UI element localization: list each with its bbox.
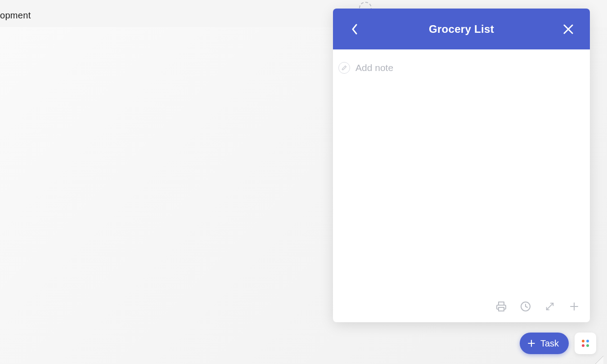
page-corner-fold [595, 356, 603, 364]
back-button[interactable] [346, 20, 364, 38]
expand-icon [545, 302, 555, 311]
task-button-label: Task [540, 338, 559, 349]
add-note-row [338, 62, 581, 74]
plus-icon [527, 339, 536, 348]
add-button[interactable] [568, 301, 580, 312]
close-button[interactable] [559, 20, 577, 38]
close-icon [563, 24, 574, 35]
history-icon [520, 301, 531, 312]
print-button[interactable] [495, 301, 507, 312]
plus-icon [569, 301, 580, 312]
svg-line-4 [547, 303, 553, 310]
svg-rect-2 [499, 307, 504, 311]
background-truncated-title: opment [0, 10, 31, 21]
apps-button[interactable] [575, 333, 596, 354]
panel-body [333, 49, 590, 295]
chevron-left-icon [351, 24, 358, 35]
expand-button[interactable] [544, 301, 556, 312]
detail-panel: Grocery List [333, 9, 590, 322]
panel-footer [333, 295, 590, 322]
apps-icon [581, 339, 590, 348]
add-note-input[interactable] [355, 62, 581, 73]
print-icon [496, 301, 507, 312]
panel-header: Grocery List [333, 9, 590, 49]
pencil-icon [338, 62, 350, 74]
panel-title: Grocery List [429, 23, 494, 36]
history-button[interactable] [520, 301, 531, 312]
new-task-button[interactable]: Task [520, 333, 569, 354]
